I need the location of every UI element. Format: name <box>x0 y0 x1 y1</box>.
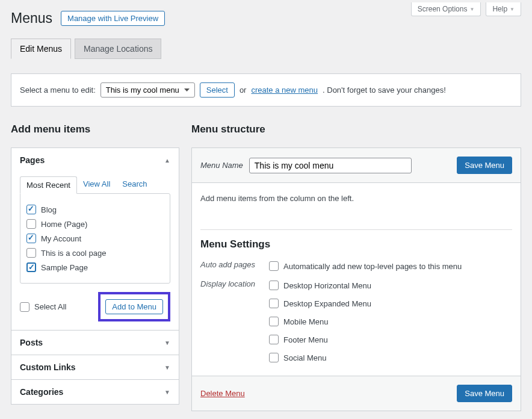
accordion-custom-links[interactable]: Custom Links ▼ <box>11 355 179 379</box>
location-checkbox[interactable] <box>269 281 279 290</box>
page-label: This is a cool page <box>41 249 106 258</box>
page-label: Sample Page <box>41 263 88 272</box>
screen-options-button[interactable]: Screen Options ▼ <box>411 2 481 16</box>
page-item[interactable]: My Account <box>26 231 164 246</box>
menu-name-input[interactable] <box>249 158 412 173</box>
accordion-pages-label: Pages <box>20 155 45 165</box>
page-label: Blog <box>41 205 57 214</box>
location-label: Footer Menu <box>283 335 328 344</box>
page-checkbox[interactable] <box>26 248 36 258</box>
page-label: Home (Page) <box>41 220 87 229</box>
accordion-custom-links-label: Custom Links <box>20 362 76 372</box>
create-new-menu-link[interactable]: create a new menu <box>251 85 318 95</box>
delete-menu-link[interactable]: Delete Menu <box>200 389 245 398</box>
screen-options-label: Screen Options <box>418 5 468 13</box>
location-label: Desktop Expanded Menu <box>283 299 371 308</box>
location-checkbox[interactable] <box>269 317 279 326</box>
highlight-box: Add to Menu <box>98 292 170 321</box>
page-checkbox[interactable] <box>26 262 36 272</box>
accordion-posts-label: Posts <box>20 338 43 347</box>
caret-down-icon: ▼ <box>469 7 474 12</box>
location-checkbox[interactable] <box>269 299 279 308</box>
subtab-most-recent[interactable]: Most Recent <box>20 176 77 194</box>
subtab-view-all[interactable]: View All <box>77 176 116 193</box>
auto-add-option[interactable]: Automatically add new top-level pages to… <box>269 259 462 273</box>
select-all-label: Select All <box>34 302 66 311</box>
caret-down-icon: ▼ <box>164 389 170 396</box>
select-menu-label: Select a menu to edit: <box>20 85 96 95</box>
location-label: Social Menu <box>283 353 327 362</box>
page-item[interactable]: Home (Page) <box>26 217 164 231</box>
menu-settings-heading: Menu Settings <box>200 238 512 250</box>
caret-down-icon: ▼ <box>164 364 170 371</box>
help-text: Add menu items from the column on the le… <box>200 194 512 203</box>
auto-add-label: Auto add pages <box>200 259 261 269</box>
location-option[interactable]: Mobile Menu <box>269 314 371 329</box>
select-all[interactable]: Select All <box>20 300 66 314</box>
select-button[interactable]: Select <box>200 82 235 98</box>
page-item[interactable]: Blog <box>26 202 164 217</box>
or-text: or <box>240 85 247 95</box>
after-text: . Don't forget to save your changes! <box>323 85 446 95</box>
save-menu-button-bottom[interactable]: Save Menu <box>457 385 512 402</box>
page-checkbox[interactable] <box>26 205 36 214</box>
location-option[interactable]: Desktop Horizontal Menu <box>269 278 371 293</box>
add-items-heading: Add menu items <box>11 123 179 135</box>
tab-edit-menus[interactable]: Edit Menus <box>11 39 71 59</box>
add-to-menu-button[interactable]: Add to Menu <box>105 299 163 314</box>
page-item[interactable]: This is a cool page <box>26 246 164 260</box>
auto-add-text: Automatically add new top-level pages to… <box>283 262 462 271</box>
select-menu-bar: Select a menu to edit: This is my cool m… <box>11 73 521 107</box>
page-item[interactable]: Sample Page <box>26 260 164 275</box>
location-checkbox[interactable] <box>269 335 279 344</box>
menu-select[interactable]: This is my cool menu <box>101 82 195 98</box>
auto-add-checkbox[interactable] <box>269 261 279 271</box>
accordion-categories[interactable]: Categories ▼ <box>11 379 179 404</box>
live-preview-button[interactable]: Manage with Live Preview <box>61 11 165 26</box>
help-label: Help <box>492 5 507 13</box>
page-checkbox[interactable] <box>26 234 36 243</box>
location-label: Desktop Horizontal Menu <box>283 281 371 290</box>
location-option[interactable]: Footer Menu <box>269 332 371 347</box>
page-label: My Account <box>41 234 81 243</box>
accordion-pages[interactable]: Pages ▲ <box>11 148 179 172</box>
save-menu-button-top[interactable]: Save Menu <box>457 157 512 174</box>
location-option[interactable]: Social Menu <box>269 350 371 365</box>
page-title: Menus <box>11 10 52 26</box>
location-option[interactable]: Desktop Expanded Menu <box>269 296 371 311</box>
subtab-search[interactable]: Search <box>116 176 153 193</box>
help-button[interactable]: Help ▼ <box>486 2 521 16</box>
menu-name-label: Menu Name <box>200 161 243 170</box>
caret-up-icon: ▲ <box>164 157 170 164</box>
tab-manage-locations[interactable]: Manage Locations <box>75 39 161 59</box>
location-checkbox[interactable] <box>269 353 279 362</box>
accordion-posts[interactable]: Posts ▼ <box>11 330 179 355</box>
menu-structure-heading: Menu structure <box>191 123 521 135</box>
location-label: Mobile Menu <box>283 317 328 326</box>
display-location-label: Display location <box>200 278 261 288</box>
page-checkbox[interactable] <box>26 219 36 229</box>
caret-down-icon: ▼ <box>510 7 515 12</box>
caret-down-icon: ▼ <box>164 340 170 346</box>
accordion-categories-label: Categories <box>20 387 63 397</box>
select-all-checkbox[interactable] <box>20 302 29 312</box>
